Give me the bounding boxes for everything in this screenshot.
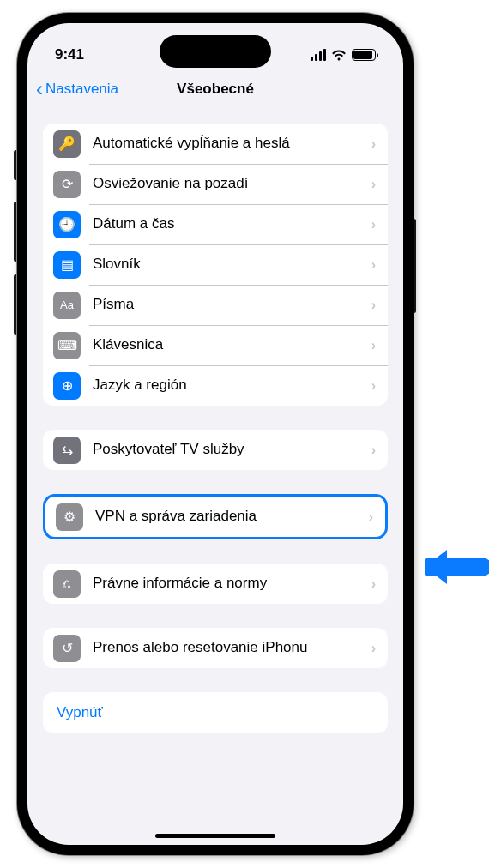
settings-row[interactable]: AaPísma› xyxy=(43,285,388,325)
settings-row[interactable]: ⎌Právne informácie a normy› xyxy=(43,564,388,604)
row-label: Poskytovateľ TV služby xyxy=(93,441,371,458)
chevron-right-icon: › xyxy=(371,338,376,353)
row-label: Slovník xyxy=(93,256,371,273)
wifi-icon xyxy=(331,49,347,61)
row-label: Osviežovanie na pozadí xyxy=(93,175,371,192)
home-indicator[interactable] xyxy=(155,834,275,838)
settings-row[interactable]: ⊕Jazyk a región› xyxy=(43,365,388,406)
back-button[interactable]: ‹ Nastavenia xyxy=(36,79,118,99)
battery-icon xyxy=(352,49,376,61)
settings-group: ↺Prenos alebo resetovanie iPhonu› xyxy=(43,628,388,668)
settings-content: 🔑Automatické vypĺňanie a heslá›⟳Osviežov… xyxy=(27,108,403,733)
fonts-icon: Aa xyxy=(53,292,81,319)
settings-row[interactable]: ↺Prenos alebo resetovanie iPhonu› xyxy=(43,628,388,668)
chevron-right-icon: › xyxy=(371,217,376,232)
row-label: Klávesnica xyxy=(93,336,371,353)
screen: 9:41 ‹ Nastavenia Všeobecné 🔑Automatické… xyxy=(27,23,403,845)
chevron-right-icon: › xyxy=(371,378,376,394)
chevron-right-icon: › xyxy=(371,641,376,656)
row-label: Právne informácie a normy xyxy=(93,575,371,592)
back-label: Nastavenia xyxy=(45,81,118,98)
row-label: Prenos alebo resetovanie iPhonu xyxy=(93,639,371,656)
gear-icon: ⚙ xyxy=(56,503,83,531)
row-label: Automatické vypĺňanie a heslá xyxy=(93,135,371,152)
settings-row[interactable]: ▤Slovník› xyxy=(43,244,388,285)
tv-provider-icon: ⇆ xyxy=(53,437,81,464)
chevron-right-icon: › xyxy=(371,257,376,273)
settings-row[interactable]: ⌨Klávesnica› xyxy=(43,325,388,365)
key-icon: 🔑 xyxy=(53,130,81,158)
dynamic-island xyxy=(160,35,271,68)
chevron-right-icon: › xyxy=(371,177,376,192)
row-label: VPN a správa zariadenia xyxy=(95,508,369,525)
page-title: Všeobecné xyxy=(177,81,254,98)
legal-icon: ⎌ xyxy=(53,570,81,598)
refresh-bg-icon: ⟳ xyxy=(53,171,81,198)
settings-row[interactable]: ⇆Poskytovateľ TV služby› xyxy=(43,430,388,470)
chevron-left-icon: ‹ xyxy=(36,79,43,99)
chevron-right-icon: › xyxy=(369,509,373,525)
settings-row[interactable]: ⟳Osviežovanie na pozadí› xyxy=(43,164,388,204)
book-icon: ▤ xyxy=(53,251,81,279)
phone-frame: 9:41 ‹ Nastavenia Všeobecné 🔑Automatické… xyxy=(17,13,414,855)
shutdown-button[interactable]: Vypnúť xyxy=(43,692,388,733)
row-label: Dátum a čas xyxy=(93,215,371,232)
status-time: 9:41 xyxy=(55,46,84,63)
chevron-right-icon: › xyxy=(371,443,376,458)
keyboard-icon: ⌨ xyxy=(53,332,81,359)
arrow-callout-icon xyxy=(425,547,489,587)
chevron-right-icon: › xyxy=(371,136,376,152)
globe-icon: ⊕ xyxy=(53,372,81,400)
cellular-signal-icon xyxy=(311,49,326,61)
calendar-clock-icon: 🕘 xyxy=(53,211,81,238)
navigation-bar: ‹ Nastavenia Všeobecné xyxy=(27,70,403,108)
settings-group: ⇆Poskytovateľ TV služby› xyxy=(43,430,388,470)
settings-row[interactable]: ⚙VPN a správa zariadenia› xyxy=(45,497,385,537)
reset-icon: ↺ xyxy=(53,635,81,662)
settings-row[interactable]: 🔑Automatické vypĺňanie a heslá› xyxy=(43,124,388,164)
settings-group: 🔑Automatické vypĺňanie a heslá›⟳Osviežov… xyxy=(43,124,388,406)
settings-row[interactable]: 🕘Dátum a čas› xyxy=(43,204,388,244)
settings-group: ⎌Právne informácie a normy› xyxy=(43,564,388,604)
settings-group: ⚙VPN a správa zariadenia› xyxy=(43,494,388,539)
chevron-right-icon: › xyxy=(371,298,376,313)
row-label: Písma xyxy=(93,296,371,313)
chevron-right-icon: › xyxy=(371,576,376,592)
row-label: Jazyk a región xyxy=(93,377,371,394)
